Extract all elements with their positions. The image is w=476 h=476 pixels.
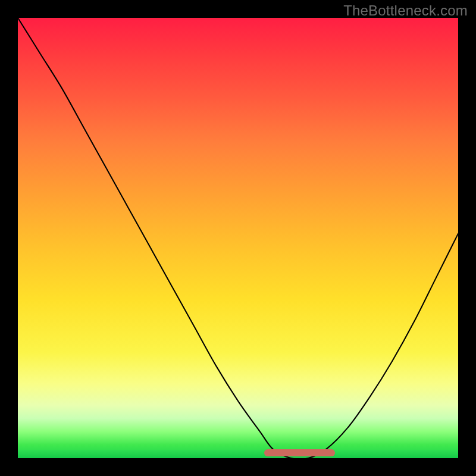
watermark-text: TheBottleneck.com (343, 2, 468, 19)
plot-area (18, 18, 458, 458)
minimum-marker (264, 449, 334, 456)
bottleneck-curve (18, 18, 458, 458)
curve-path (18, 18, 458, 458)
chart-frame: TheBottleneck.com (0, 0, 476, 476)
